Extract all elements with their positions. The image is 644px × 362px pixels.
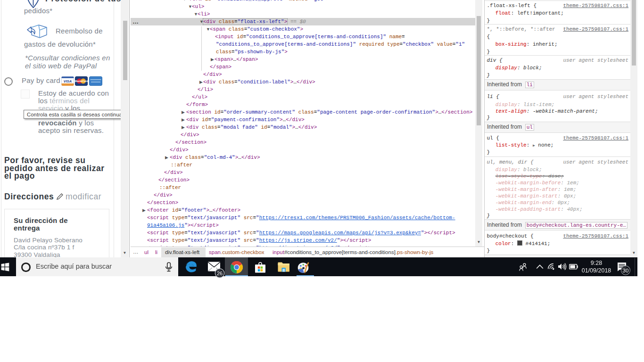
svg-text:26: 26 xyxy=(217,271,223,276)
svg-text:MasterCard: MasterCard xyxy=(75,80,88,82)
svg-text:9:28: 9:28 xyxy=(591,260,602,266)
svg-text:01/09/2018: 01/09/2018 xyxy=(582,267,611,274)
svg-text:30: 30 xyxy=(623,268,629,273)
svg-text:VISA: VISA xyxy=(64,79,72,83)
